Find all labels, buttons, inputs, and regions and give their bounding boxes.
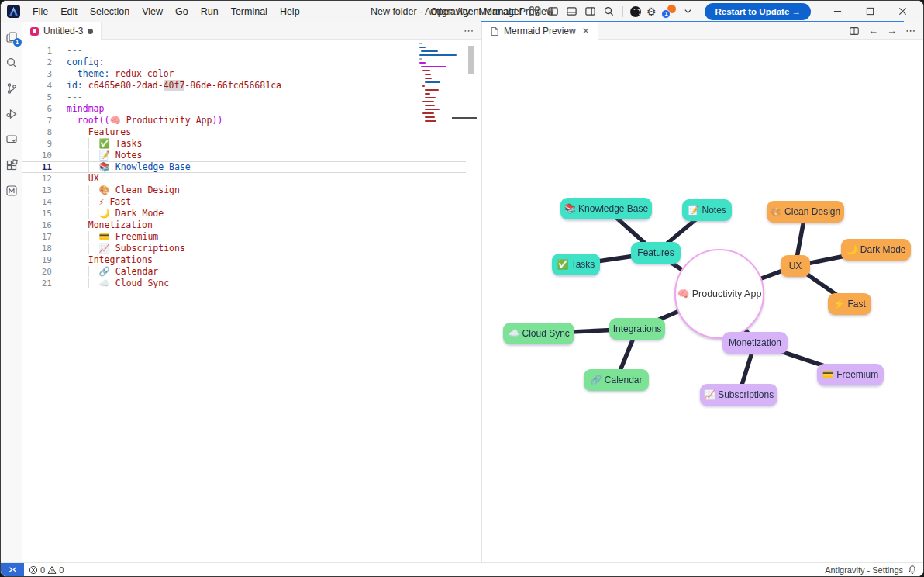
split-editor-icon[interactable] <box>849 26 860 36</box>
code-line[interactable]: 2config: <box>22 57 466 68</box>
menu-file[interactable]: File <box>26 1 54 22</box>
settings-status-label[interactable]: Antigravity - Settings <box>825 565 903 575</box>
code-editor[interactable]: 1---2config:3 theme: redux-color4id: c64… <box>22 40 481 562</box>
svg-text:💳 Freemium: 💳 Freemium <box>822 368 878 380</box>
remote-indicator[interactable] <box>1 563 24 576</box>
open-agent-manager-button[interactable]: Open Agent Manager <box>430 6 522 17</box>
line-number: 12 <box>22 173 52 185</box>
close-button[interactable] <box>886 1 919 22</box>
agent-manager-icon[interactable] <box>528 5 541 18</box>
line-text: root((🧠 Productivity App)) <box>52 115 222 126</box>
menu-edit[interactable]: Edit <box>54 1 84 22</box>
code-line[interactable]: 9 ✅ Tasks <box>22 138 466 150</box>
navigate-forward-icon[interactable]: → <box>887 25 897 36</box>
code-line[interactable]: 20 🔗 Calendar <box>22 266 466 278</box>
menu-terminal[interactable]: Terminal <box>225 1 274 22</box>
line-text: Features <box>52 126 131 138</box>
mindmap-node-ux: UX <box>781 255 810 277</box>
svg-text:📈 Subscriptions: 📈 Subscriptions <box>704 389 774 400</box>
run-debug-icon[interactable] <box>5 107 19 121</box>
mermaid-preview-canvas[interactable]: 🧠 Productivity App📚 Knowledge Base📝 Note… <box>482 40 923 562</box>
update-badge[interactable]: 1 <box>661 5 676 19</box>
line-text: ☁️ Cloud Sync <box>52 278 169 289</box>
mindmap-node-subscriptions: 📈 Subscriptions <box>700 384 777 406</box>
mindmap-node-tasks: ✅ Tasks <box>552 254 600 275</box>
maximize-button[interactable] <box>853 1 886 22</box>
toggle-left-panel-icon[interactable] <box>546 5 560 18</box>
minimize-button[interactable] <box>821 1 853 22</box>
svg-text:UX: UX <box>789 261 802 271</box>
editor-more-actions[interactable]: ⋯ <box>464 25 474 36</box>
line-text: 🔗 Calendar <box>52 266 158 278</box>
line-number: 6 <box>22 103 52 115</box>
code-line[interactable]: 6mindmap <box>22 103 466 115</box>
source-control-icon[interactable] <box>5 81 19 95</box>
preview-more-actions[interactable]: ⋯ <box>905 25 915 36</box>
gear-icon[interactable]: ⚙ <box>646 6 657 17</box>
code-line[interactable]: 15 🌙 Dark Mode <box>22 208 466 219</box>
line-text: theme: redux-color <box>52 68 174 80</box>
app-logo-icon[interactable] <box>7 5 20 18</box>
code-line[interactable]: 13 🎨 Clean Design <box>22 185 466 196</box>
search-icon[interactable] <box>602 5 615 18</box>
toggle-bottom-panel-icon[interactable] <box>565 5 578 18</box>
minimap[interactable] <box>419 40 464 140</box>
code-line[interactable]: 17 💳 Freemium <box>22 231 466 243</box>
minimap-line <box>421 50 438 52</box>
mindmap-node-calendar: 🔗 Calendar <box>584 369 649 391</box>
bell-icon[interactable] <box>908 565 917 575</box>
search-view-icon[interactable] <box>5 56 19 70</box>
mermaid-extension-icon[interactable] <box>5 184 19 198</box>
close-tab-icon[interactable]: ✕ <box>582 26 590 36</box>
toggle-right-panel-icon[interactable] <box>584 5 597 18</box>
code-line[interactable]: 21 ☁️ Cloud Sync <box>22 278 466 289</box>
modified-dot-icon[interactable] <box>88 29 93 34</box>
scrollbar-thumb[interactable] <box>468 46 474 74</box>
code-line[interactable]: 8 Features <box>22 126 466 138</box>
minimap-line <box>425 89 439 91</box>
minimap-line <box>425 74 431 75</box>
code-line[interactable]: 12 UX <box>22 173 466 185</box>
restart-to-update-button[interactable]: Restart to Update → <box>705 3 811 20</box>
code-line[interactable]: 5--- <box>22 92 466 103</box>
menu-view[interactable]: View <box>136 1 169 22</box>
line-number: 4 <box>22 80 52 92</box>
problems-indicator[interactable]: 0 0 <box>24 565 68 575</box>
line-text: 📚 Knowledge Base <box>52 161 191 173</box>
menu-go[interactable]: Go <box>169 1 195 22</box>
svg-text:Monetization: Monetization <box>729 337 781 348</box>
minimap-line <box>421 66 446 67</box>
svg-text:✅ Tasks: ✅ Tasks <box>557 258 595 270</box>
code-line[interactable]: 4id: c6465e80-2dad-40f7-86de-66fcd56681c… <box>22 80 466 92</box>
navigate-back-icon[interactable]: ← <box>868 25 878 36</box>
antigravity-orb-icon[interactable] <box>630 6 641 17</box>
menu-bar: File Edit Selection View Go Run Terminal… <box>26 1 306 22</box>
menu-selection[interactable]: Selection <box>84 1 136 22</box>
remote-explorer-icon[interactable] <box>5 133 19 147</box>
code-line[interactable]: 14 ⚡ Fast <box>22 196 466 208</box>
code-line[interactable]: 10 📝 Notes <box>22 150 466 161</box>
tab-mermaid-preview[interactable]: Mermaid Preview ✕ <box>482 22 598 40</box>
menu-run[interactable]: Run <box>195 1 225 22</box>
editor-scrollbar[interactable] <box>466 40 477 562</box>
explorer-icon[interactable]: 1 <box>5 30 19 44</box>
extensions-icon[interactable] <box>5 158 19 172</box>
preview-tab-strip: Mermaid Preview ✕ ← → ⋯ <box>482 22 923 40</box>
code-line[interactable]: 19 Integrations <box>22 254 466 266</box>
line-number: 16 <box>22 219 52 231</box>
code-line[interactable]: 1--- <box>22 45 466 57</box>
chevron-down-icon[interactable] <box>681 5 695 18</box>
tab-untitled-3[interactable]: Untitled-3 <box>22 22 102 40</box>
code-line[interactable]: 16 Monetization <box>22 219 466 231</box>
code-line[interactable]: 3 theme: redux-color <box>22 68 466 80</box>
code-line[interactable]: 11 📚 Knowledge Base <box>22 161 466 173</box>
minimap-line <box>422 70 430 71</box>
svg-text:☁️ Cloud Sync: ☁️ Cloud Sync <box>508 327 570 339</box>
menu-help[interactable]: Help <box>274 1 306 22</box>
code-line[interactable]: 7 root((🧠 Productivity App)) <box>22 115 466 126</box>
line-number: 7 <box>22 115 52 126</box>
code-line[interactable]: 18 📈 Subscriptions <box>22 243 466 254</box>
line-text: 📈 Subscriptions <box>52 243 185 254</box>
line-number: 3 <box>22 68 52 80</box>
preview-group: Mermaid Preview ✕ ← → ⋯ 🧠 Productivity A… <box>481 22 923 562</box>
